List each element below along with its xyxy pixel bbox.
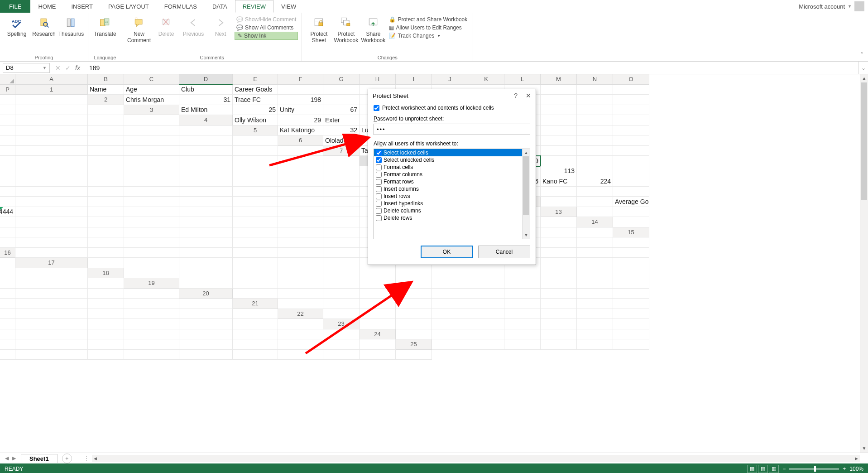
checkbox[interactable] xyxy=(376,186,382,192)
cell[interactable] xyxy=(88,237,124,248)
cell[interactable] xyxy=(541,217,577,227)
cell[interactable]: Ololade Kay xyxy=(323,135,360,146)
cell[interactable] xyxy=(179,319,233,329)
cell[interactable]: Olly Wilson xyxy=(233,115,278,125)
cell[interactable] xyxy=(278,85,323,95)
cancel-formula-icon[interactable]: ✕ xyxy=(55,64,61,72)
account-menu[interactable]: Microsoft account ▼ xyxy=(795,0,868,13)
cell[interactable] xyxy=(396,289,432,299)
cancel-button[interactable]: Cancel xyxy=(478,246,530,258)
cell[interactable] xyxy=(613,309,649,319)
cell[interactable] xyxy=(233,329,278,340)
cell[interactable] xyxy=(0,135,15,146)
column-header[interactable]: J xyxy=(432,74,468,85)
cell[interactable] xyxy=(278,248,323,258)
list-scrollbar[interactable]: ▲ ▼ xyxy=(522,149,530,239)
cell[interactable] xyxy=(504,278,541,289)
cell[interactable] xyxy=(179,217,233,227)
cell[interactable] xyxy=(613,176,649,187)
cell[interactable] xyxy=(233,278,278,289)
cell[interactable]: Career Goals xyxy=(233,85,278,95)
tab-page-layout[interactable]: PAGE LAYOUT xyxy=(101,0,157,13)
protect-contents-checkbox[interactable]: Protect worksheet and contents of locked… xyxy=(374,105,530,111)
cell[interactable]: Chris Morgan xyxy=(124,95,179,105)
cell[interactable] xyxy=(15,319,88,329)
cell[interactable] xyxy=(233,248,278,258)
cell[interactable] xyxy=(323,217,360,227)
cell[interactable] xyxy=(233,217,278,227)
cell[interactable] xyxy=(0,166,15,177)
normal-view-button[interactable]: ▦ xyxy=(747,465,757,473)
cell[interactable] xyxy=(613,289,649,299)
cell[interactable] xyxy=(613,187,649,197)
cell[interactable] xyxy=(88,227,124,238)
column-header[interactable]: N xyxy=(577,74,613,85)
row-header[interactable]: 16 xyxy=(0,248,15,258)
cell[interactable] xyxy=(124,146,179,156)
column-header[interactable]: E xyxy=(233,74,278,85)
cell[interactable] xyxy=(233,146,278,156)
cell[interactable] xyxy=(541,268,577,279)
cell[interactable] xyxy=(613,329,649,340)
column-header[interactable]: A xyxy=(15,74,88,85)
cell[interactable] xyxy=(0,278,15,289)
cell[interactable] xyxy=(613,237,649,248)
cell[interactable]: 32 xyxy=(323,125,360,136)
checkbox[interactable] xyxy=(376,193,382,199)
cell[interactable] xyxy=(541,319,577,329)
cell[interactable]: Age xyxy=(124,85,179,95)
cell[interactable] xyxy=(0,125,15,136)
column-header[interactable]: K xyxy=(468,74,504,85)
cell[interactable]: Trace FC xyxy=(233,95,278,105)
row-header[interactable]: 7 xyxy=(323,146,360,156)
cell[interactable] xyxy=(360,309,396,319)
cell[interactable] xyxy=(88,146,124,156)
enter-formula-icon[interactable]: ✓ xyxy=(65,64,71,72)
cell[interactable] xyxy=(0,217,15,227)
row-header[interactable]: 3 xyxy=(124,105,179,116)
show-hide-comment-button[interactable]: 💬 Show/Hide Comment xyxy=(235,15,298,24)
cell[interactable] xyxy=(613,299,649,309)
cell[interactable] xyxy=(233,187,278,197)
cell[interactable] xyxy=(88,350,124,360)
cell[interactable] xyxy=(613,95,649,105)
cell[interactable] xyxy=(613,115,649,125)
cell[interactable] xyxy=(504,339,541,350)
cell[interactable] xyxy=(577,237,613,248)
cell[interactable] xyxy=(360,319,396,329)
cell[interactable] xyxy=(396,278,432,289)
checkbox[interactable] xyxy=(376,208,382,214)
cell[interactable] xyxy=(360,278,396,289)
cell[interactable] xyxy=(179,166,233,177)
cell[interactable] xyxy=(124,299,179,309)
cell[interactable] xyxy=(124,248,179,258)
cell[interactable] xyxy=(124,329,179,340)
close-icon[interactable]: ✕ xyxy=(526,92,531,99)
cell[interactable] xyxy=(15,95,88,105)
cell[interactable] xyxy=(541,105,577,116)
cell[interactable] xyxy=(88,125,124,136)
cell[interactable] xyxy=(15,156,88,166)
cell[interactable] xyxy=(323,268,360,279)
cell[interactable] xyxy=(179,350,233,360)
cell[interactable] xyxy=(613,248,649,258)
cell[interactable] xyxy=(278,278,323,289)
cell[interactable] xyxy=(541,125,577,136)
cell[interactable]: Unity xyxy=(278,105,323,116)
cell[interactable] xyxy=(396,309,432,319)
cell[interactable] xyxy=(124,268,179,279)
column-header[interactable]: H xyxy=(360,74,396,85)
cell[interactable] xyxy=(577,197,613,207)
cell[interactable] xyxy=(613,258,649,268)
cell[interactable] xyxy=(541,278,577,289)
show-all-comments-button[interactable]: 💬 Show All Comments xyxy=(235,24,298,32)
cell[interactable] xyxy=(124,115,179,125)
formula-input[interactable]: 189 xyxy=(85,63,858,72)
scroll-down-icon[interactable]: ▼ xyxy=(860,444,868,453)
cell[interactable]: 163.4444444 xyxy=(0,207,15,217)
cell[interactable] xyxy=(613,125,649,136)
cell[interactable] xyxy=(541,299,577,309)
cell[interactable] xyxy=(179,278,233,289)
dialog-titlebar[interactable]: Protect Sheet ? ✕ xyxy=(368,89,536,102)
row-header[interactable]: 6 xyxy=(278,135,323,146)
